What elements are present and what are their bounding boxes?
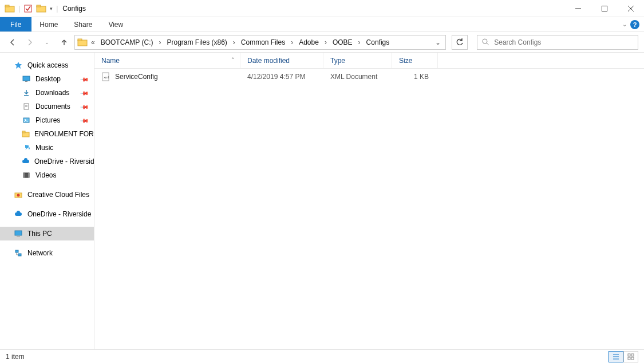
svg-rect-22 — [22, 131, 25, 133]
help-icon[interactable]: ? — [630, 20, 639, 29]
back-button[interactable] — [6, 35, 19, 49]
maximize-button[interactable] — [591, 0, 618, 17]
sidebar-item-pictures[interactable]: Pictures 📌 — [0, 113, 94, 127]
column-name[interactable]: Name ⌃ — [94, 53, 240, 68]
sidebar-item-label: Music — [35, 144, 53, 152]
svg-rect-24 — [23, 173, 25, 177]
folder-icon — [22, 129, 30, 139]
sidebar-item-documents[interactable]: Documents 📌 — [0, 100, 94, 113]
breadcrumb-item[interactable]: Adobe — [295, 35, 322, 49]
title-bar: | ▾ | Configs — [0, 0, 644, 17]
music-icon — [22, 143, 31, 152]
creative-cloud-icon — [14, 190, 23, 199]
svg-rect-38 — [631, 354, 634, 356]
cloud-icon — [14, 210, 23, 219]
documents-icon — [22, 102, 31, 111]
file-type: XML Document — [323, 73, 392, 81]
sidebar-item-label: Downloads — [35, 89, 69, 97]
share-tab[interactable]: Share — [66, 17, 100, 31]
sidebar-creative-cloud[interactable]: Creative Cloud Files — [0, 188, 94, 202]
file-tab[interactable]: File — [0, 17, 31, 31]
qat-dropdown-icon[interactable]: ▾ — [50, 6, 53, 11]
chevron-right-icon[interactable]: › — [322, 35, 329, 49]
breadcrumb-item[interactable]: OOBE — [329, 35, 356, 49]
column-date[interactable]: Date modified — [240, 53, 323, 68]
folder-icon — [5, 3, 15, 14]
svg-rect-39 — [628, 357, 630, 360]
star-icon — [14, 61, 23, 70]
cloud-icon — [22, 157, 30, 166]
column-size[interactable]: Size — [392, 53, 438, 68]
navigation-bar: ⌄ « BOOTCAMP (C:) › Program Files (x86) … — [0, 32, 644, 53]
file-list-pane: Name ⌃ Date modified Type Size xml Servi… — [94, 53, 644, 349]
search-box[interactable] — [477, 35, 638, 50]
breadcrumb-item[interactable]: Configs — [363, 35, 393, 49]
svg-rect-29 — [17, 236, 20, 236]
svg-point-11 — [483, 39, 487, 44]
sidebar-item-onedrive[interactable]: OneDrive - Riverside — [0, 155, 94, 168]
navigation-pane: Quick access Desktop 📌 Downloads 📌 Docum… — [0, 53, 94, 349]
sidebar-network[interactable]: Network — [0, 246, 94, 260]
xml-file-icon: xml — [101, 72, 110, 81]
chevron-right-icon[interactable]: › — [231, 35, 238, 49]
properties-icon[interactable] — [23, 4, 33, 13]
pin-icon: 📌 — [80, 102, 89, 111]
sidebar-item-label: OneDrive - Riverside — [27, 210, 91, 218]
sidebar-onedrive-root[interactable]: OneDrive - Riverside — [0, 207, 94, 221]
forward-button[interactable] — [23, 35, 37, 49]
address-bar[interactable]: « BOOTCAMP (C:) › Program Files (x86) › … — [74, 35, 446, 50]
search-icon — [482, 38, 489, 46]
minimize-button[interactable] — [565, 0, 591, 17]
svg-rect-31 — [18, 254, 21, 256]
breadcrumb-overflow[interactable]: « — [89, 35, 97, 49]
status-bar: 1 item — [0, 349, 644, 363]
svg-rect-2 — [25, 5, 31, 12]
ribbon-expand-icon[interactable]: ⌄ — [622, 21, 627, 27]
sidebar-item-music[interactable]: Music — [0, 141, 94, 155]
sidebar-item-folder[interactable]: ENROLMENT FORM — [0, 127, 94, 141]
separator: | — [18, 5, 20, 13]
close-button[interactable] — [618, 0, 644, 17]
details-view-button[interactable] — [609, 351, 623, 362]
sidebar-item-label: Videos — [35, 171, 56, 179]
home-tab[interactable]: Home — [31, 17, 66, 31]
address-dropdown-icon[interactable]: ⌄ — [433, 38, 443, 46]
up-button[interactable] — [57, 35, 71, 49]
recent-dropdown-icon[interactable]: ⌄ — [40, 35, 54, 49]
svg-rect-6 — [602, 6, 607, 11]
svg-rect-1 — [5, 5, 9, 7]
file-row[interactable]: xml ServiceConfig 4/12/2019 4:57 PM XML … — [94, 69, 644, 85]
pin-icon: 📌 — [80, 88, 89, 97]
pin-icon: 📌 — [80, 74, 89, 84]
file-size: 1 KB — [392, 73, 438, 81]
sidebar-item-label: Documents — [35, 102, 70, 111]
pin-icon: 📌 — [80, 116, 89, 125]
sidebar-item-label: Desktop — [35, 75, 61, 83]
breadcrumb-item[interactable]: BOOTCAMP (C:) — [97, 35, 157, 49]
file-name-cell: xml ServiceConfig — [94, 72, 240, 81]
view-tab[interactable]: View — [100, 17, 131, 31]
sidebar-item-label: Network — [27, 249, 53, 257]
svg-rect-10 — [78, 39, 82, 41]
breadcrumb-item[interactable]: Common Files — [238, 35, 289, 49]
sidebar-item-videos[interactable]: Videos — [0, 168, 94, 182]
search-input[interactable] — [494, 38, 633, 46]
videos-icon — [22, 171, 31, 180]
sidebar-item-label: ENROLMENT FORM — [34, 130, 94, 138]
sidebar-item-desktop[interactable]: Desktop 📌 — [0, 72, 94, 86]
breadcrumb-item[interactable]: Program Files (x86) — [163, 35, 230, 49]
chevron-right-icon[interactable]: › — [356, 35, 363, 49]
folder-icon[interactable] — [36, 3, 46, 14]
sidebar-item-label: This PC — [27, 230, 52, 238]
svg-point-27 — [17, 194, 20, 197]
sidebar-quick-access[interactable]: Quick access — [0, 58, 94, 72]
sidebar-this-pc[interactable]: This PC — [0, 227, 94, 240]
sidebar-item-downloads[interactable]: Downloads 📌 — [0, 86, 94, 100]
file-name: ServiceConfig — [115, 73, 158, 81]
desktop-icon — [22, 74, 31, 84]
chevron-right-icon[interactable]: › — [156, 35, 163, 49]
thumbnails-view-button[interactable] — [623, 351, 638, 362]
column-type[interactable]: Type — [323, 53, 392, 68]
chevron-right-icon[interactable]: › — [289, 35, 295, 49]
refresh-button[interactable] — [452, 35, 468, 50]
